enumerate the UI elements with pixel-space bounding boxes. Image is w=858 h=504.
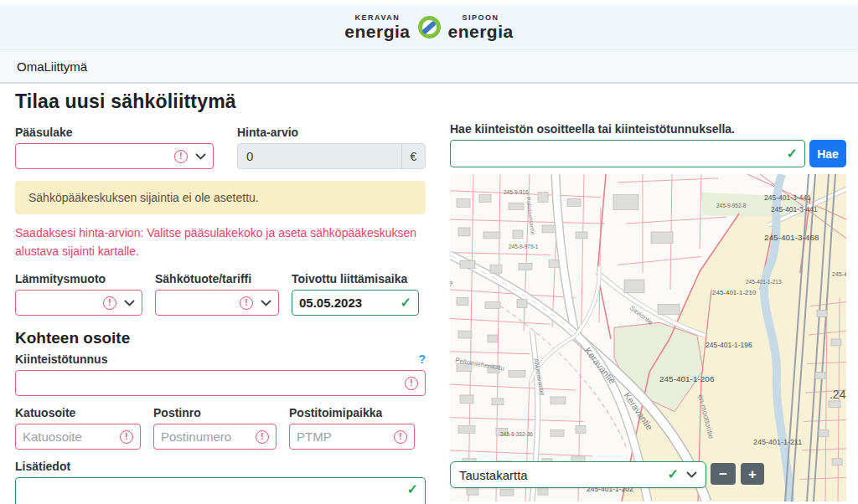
nav-item-omaliittyma[interactable]: OmaLiittymä xyxy=(17,59,87,74)
price-helper-text: Saadaksesi hinta-arvion: Valitse pääsula… xyxy=(15,224,426,260)
section-title-kohteen-osoite: Kohteen osoite xyxy=(15,329,426,347)
main-content: Tilaa uusi sähköliittymä Pääsulake ! Hin… xyxy=(0,84,858,502)
lisatiedot-label: Lisätiedot xyxy=(15,460,426,473)
company-logo: KERAVAN energia SIPOON energia xyxy=(344,14,513,40)
map-panel: Hae kiinteistön osoitteella tai kiinteis… xyxy=(450,122,846,501)
kiinteistotunnus-input[interactable]: ! xyxy=(15,370,426,396)
logo-text: KERAVAN xyxy=(355,14,401,22)
katuosoite-label: Katuosoite xyxy=(15,406,141,419)
sahkotuote-select[interactable]: ! xyxy=(155,290,279,316)
logo-text: energia xyxy=(344,23,410,40)
lammitysmuoto-label: Lämmitysmuoto xyxy=(15,272,142,285)
error-icon: ! xyxy=(103,296,116,310)
error-icon: ! xyxy=(174,150,188,163)
map-label: .245 xyxy=(830,388,846,401)
property-search-input[interactable]: ✓ xyxy=(450,140,805,167)
map-label: 245-40 xyxy=(832,271,846,277)
postinro-value[interactable] xyxy=(161,429,256,444)
property-search-value[interactable] xyxy=(457,147,787,161)
map-label: 245-401-1-213 xyxy=(746,279,782,285)
map-label: 245-9-952-8 xyxy=(716,203,747,208)
hinta-arvio-field: 0 € xyxy=(237,143,426,169)
help-icon[interactable]: ? xyxy=(418,352,426,366)
check-icon: ✓ xyxy=(401,296,411,310)
app-header: KERAVAN energia SIPOON energia xyxy=(0,5,858,50)
postinro-label: Postinro xyxy=(153,406,277,419)
kiinteistotunnus-label: Kiinteistötunnus ? xyxy=(15,352,426,366)
warning-banner: Sähköpääkeskuksen sijaintia ei ole asete… xyxy=(15,181,426,214)
error-icon: ! xyxy=(394,430,407,444)
keravan-energia-wordmark: KERAVAN energia xyxy=(344,14,410,40)
kiinteistotunnus-value[interactable] xyxy=(23,376,405,390)
postitoimipaikka-label: Postitoimipaikka xyxy=(289,406,415,419)
hinta-arvio-label: Hinta-arvio xyxy=(237,126,426,139)
check-icon: ✓ xyxy=(668,468,679,481)
nav-bar: OmaLiittymä xyxy=(0,50,858,84)
energia-logo-icon xyxy=(418,16,441,39)
paasulake-select[interactable]: ! xyxy=(15,143,214,169)
map-zoom-out-button[interactable]: − xyxy=(711,463,736,485)
map-canvas[interactable]: 245-9-916Paloasemantie245-9-979-1245-9-9… xyxy=(450,174,846,501)
search-button[interactable]: Hae xyxy=(809,140,846,167)
property-search-label: Hae kiinteistön osoitteella tai kiinteis… xyxy=(450,122,846,136)
katuosoite-value[interactable] xyxy=(23,429,120,444)
euro-suffix: € xyxy=(401,144,425,168)
chevron-down-icon xyxy=(261,300,271,306)
map-zoom-in-button[interactable]: + xyxy=(741,463,764,485)
map-label: 245-8-332-36 xyxy=(500,431,533,437)
postitoimipaikka-value[interactable] xyxy=(297,429,394,444)
sahkotuote-label: Sähkötuote/tariffi xyxy=(155,272,279,285)
map-label: 245-401-1-196 xyxy=(706,341,752,349)
map-label: 245-401-3-468 xyxy=(764,233,819,242)
error-icon: ! xyxy=(405,377,418,390)
chevron-down-icon xyxy=(686,471,697,478)
lisatiedot-textarea[interactable] xyxy=(15,477,426,504)
chevron-down-icon xyxy=(195,153,206,160)
postinro-input[interactable]: ! xyxy=(153,424,277,450)
chevron-down-icon xyxy=(124,300,135,306)
postitoimipaikka-input[interactable]: ! xyxy=(289,424,415,450)
liittamisaika-input[interactable]: ✓ xyxy=(292,290,419,316)
hinta-arvio-value: 0 xyxy=(238,144,401,168)
liittamisaika-label: Toivottu liittämisaika xyxy=(292,272,419,285)
map-label: 245-401-3-441 xyxy=(764,193,811,202)
sipoon-energia-wordmark: SIPOON energia xyxy=(448,14,514,40)
order-form: Tilaa uusi sähköliittymä Pääsulake ! Hin… xyxy=(15,90,426,504)
error-icon: ! xyxy=(120,430,133,444)
page-title: Tilaa uusi sähköliittymä xyxy=(15,90,426,113)
logo-text: energia xyxy=(448,23,514,40)
logo-text: SIPOON xyxy=(463,14,499,22)
map-label: 245-401-1-210 xyxy=(712,289,757,296)
liittamisaika-value[interactable] xyxy=(299,296,401,310)
map-label: 245-401-1-211 xyxy=(753,438,802,446)
error-icon: ! xyxy=(256,430,269,444)
map-label: 245-401-3-441 xyxy=(771,205,818,213)
check-icon: ✓ xyxy=(787,147,798,161)
basemap-select-value: Taustakartta xyxy=(459,468,528,482)
map-label: 245-9-979-1 xyxy=(509,244,539,249)
error-icon: ! xyxy=(240,296,253,310)
lammitysmuoto-select[interactable]: ! xyxy=(15,290,142,316)
page: KERAVAN energia SIPOON energia OmaLiitty… xyxy=(0,0,858,504)
katuosoite-input[interactable]: ! xyxy=(15,424,141,450)
basemap-select[interactable]: Taustakartta ✓ xyxy=(450,461,706,488)
paasulake-label: Pääsulake xyxy=(15,126,214,139)
check-icon: ✓ xyxy=(407,483,418,496)
map-label: 245-9-916 xyxy=(504,189,529,195)
map-label: 245-401-1-206 xyxy=(659,374,715,383)
